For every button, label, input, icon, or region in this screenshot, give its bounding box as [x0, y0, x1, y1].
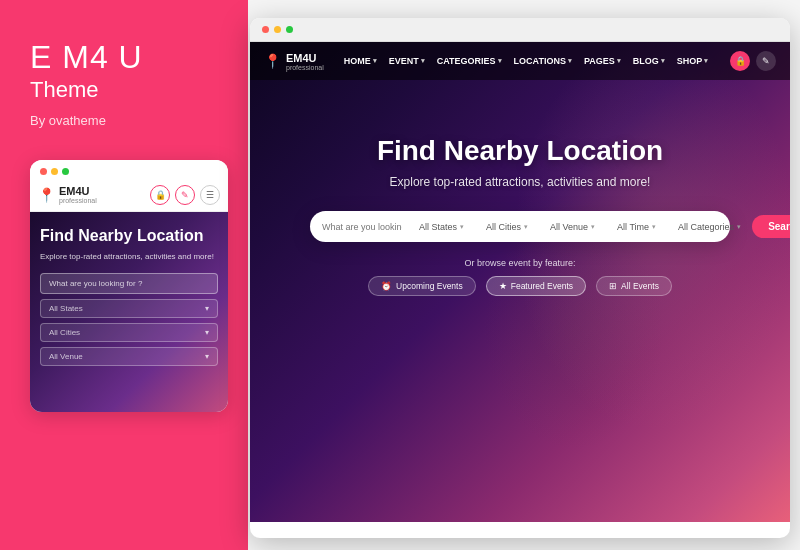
mobile-hero-title: Find Nearby Location [40, 226, 218, 245]
menu-icon[interactable]: ☰ [200, 185, 220, 205]
browser-dot-green [286, 26, 293, 33]
tag-upcoming[interactable]: ⏰ Upcoming Events [368, 276, 476, 296]
left-panel: E M4 U Theme By ovatheme 📍 EM4U professi… [0, 0, 248, 550]
mobile-hero-subtitle: Explore top-rated attractions, activitie… [40, 251, 218, 262]
filter-categories[interactable]: All Categories ▾ [673, 222, 746, 232]
search-button[interactable]: Search [752, 215, 790, 238]
mobile-logo-sub: professional [59, 197, 97, 204]
search-input[interactable] [322, 222, 402, 232]
mobile-logo-area: 📍 EM4U professional [38, 186, 150, 204]
desktop-logo: 📍 EM4U professional [264, 52, 324, 71]
browse-row: Or browse event by feature: ⏰ Upcoming E… [290, 258, 750, 296]
nav-pages[interactable]: PAGES▾ [584, 56, 621, 66]
mobile-logo-text: EM4U [59, 186, 97, 197]
filter-venue[interactable]: All Venue ▾ [545, 222, 600, 232]
mobile-nav-icons: 🔒 ✎ ☰ [150, 185, 220, 205]
nav-links: HOME▾ EVENT▾ CATEGORIES▾ LOCATIONS▾ PAGE… [344, 56, 730, 66]
filter-states[interactable]: All States ▾ [414, 222, 469, 232]
dot-red [40, 168, 47, 175]
mobile-select-venue[interactable]: All Venue ▾ [40, 347, 218, 366]
mobile-preview-card: 📍 EM4U professional 🔒 ✎ ☰ Find Nearby Lo… [30, 160, 228, 412]
star-icon: ★ [499, 281, 507, 291]
venue-arrow-icon: ▾ [591, 223, 595, 231]
nav-categories[interactable]: CATEGORIES▾ [437, 56, 502, 66]
desktop-logo-pin-icon: 📍 [264, 53, 281, 69]
clock-icon: ⏰ [381, 281, 392, 291]
dot-yellow [51, 168, 58, 175]
desktop-logo-sub: professional [286, 64, 324, 71]
hero-subtitle: Explore top-rated attractions, activitie… [290, 175, 750, 189]
nav-shop[interactable]: SHOP▾ [677, 56, 709, 66]
brand-by: By ovatheme [30, 113, 106, 128]
nav-blog[interactable]: BLOG▾ [633, 56, 665, 66]
nav-right-icons: 🔒 ✎ [730, 51, 776, 71]
time-arrow-icon: ▾ [652, 223, 656, 231]
categories-arrow-icon: ▾ [737, 223, 741, 231]
browser-dot-red [262, 26, 269, 33]
search-bar: All States ▾ All Cities ▾ All Venue ▾ Al… [310, 211, 730, 242]
mobile-search-input[interactable]: What are you looking for ? [40, 273, 218, 294]
nav-event[interactable]: EVENT▾ [389, 56, 425, 66]
mobile-select-states[interactable]: All States ▾ [40, 299, 218, 318]
tag-featured[interactable]: ★ Featured Events [486, 276, 586, 296]
desktop-logo-text: EM4U [286, 52, 324, 64]
brand-title: E M4 U [30, 40, 143, 75]
browser-dot-yellow [274, 26, 281, 33]
hero-content: Find Nearby Location Explore top-rated a… [250, 80, 790, 326]
mobile-title-bar [30, 160, 228, 179]
edit-icon[interactable]: ✎ [175, 185, 195, 205]
desktop-hero: 📍 EM4U professional HOME▾ EVENT▾ CATEGOR… [250, 42, 790, 522]
states-arrow-icon: ▾ [460, 223, 464, 231]
grid-icon: ⊞ [609, 281, 617, 291]
hero-title: Find Nearby Location [290, 135, 750, 167]
dot-green [62, 168, 69, 175]
brand-subtitle: Theme [30, 77, 98, 103]
mobile-logo-pin-icon: 📍 [38, 187, 55, 203]
tag-all[interactable]: ⊞ All Events [596, 276, 672, 296]
lock-icon[interactable]: 🔒 [150, 185, 170, 205]
nav-edit-icon[interactable]: ✎ [756, 51, 776, 71]
mobile-select-cities[interactable]: All Cities ▾ [40, 323, 218, 342]
browse-label: Or browse event by feature: [464, 258, 575, 268]
nav-lock-icon[interactable]: 🔒 [730, 51, 750, 71]
mobile-hero: Find Nearby Location Explore top-rated a… [30, 212, 228, 412]
nav-locations[interactable]: LOCATIONS▾ [514, 56, 572, 66]
mobile-nav: 📍 EM4U professional 🔒 ✎ ☰ [30, 179, 228, 212]
browser-chrome [250, 18, 790, 42]
filter-cities[interactable]: All Cities ▾ [481, 222, 533, 232]
desktop-nav: 📍 EM4U professional HOME▾ EVENT▾ CATEGOR… [250, 42, 790, 80]
feature-tags: ⏰ Upcoming Events ★ Featured Events ⊞ Al… [290, 276, 750, 296]
desktop-browser: 📍 EM4U professional HOME▾ EVENT▾ CATEGOR… [250, 18, 790, 538]
filter-time[interactable]: All Time ▾ [612, 222, 661, 232]
nav-home[interactable]: HOME▾ [344, 56, 377, 66]
cities-arrow-icon: ▾ [524, 223, 528, 231]
